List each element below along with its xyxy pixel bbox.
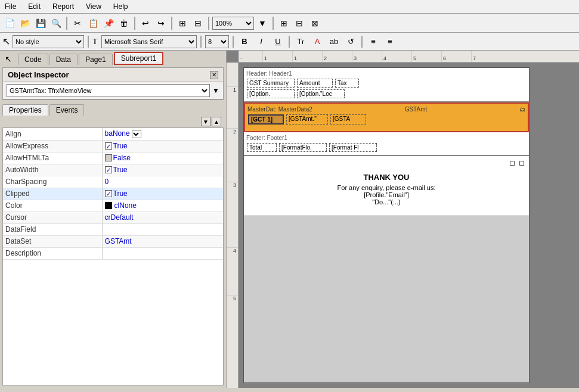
horizontal-ruler: · 1 1 2 3 4 5 6 7 <box>239 51 579 63</box>
masterdata-band-label: MasterDat: MasterData2 <box>247 106 312 113</box>
align-dropdown[interactable] <box>132 130 141 138</box>
thankyou-section: THANK YOU For any enquiry, please e-mail… <box>249 168 524 210</box>
obj-inspector-header: Object Inspector ✕ <box>3 68 223 82</box>
refresh-button[interactable]: ↺ <box>343 35 358 48</box>
menu-file[interactable]: File <box>2 1 18 12</box>
grid-view-button[interactable]: ⊞ <box>277 16 291 30</box>
zoom-dropdown-btn[interactable]: ▼ <box>255 16 270 30</box>
obj-dropdown[interactable]: GSTAmtTax: TfrxMemoView <box>7 84 210 97</box>
tab-code[interactable]: Code <box>18 54 48 65</box>
prop-table-wrap: Align baNone AllowExpress ✓ True AllowHT… <box>2 127 224 385</box>
ruler-mark: 2 <box>322 51 352 62</box>
delete-button[interactable]: 🗑 <box>117 16 131 30</box>
thankyou-line1: For any enquiry, please e-mail us: <box>253 184 519 191</box>
paste-button[interactable]: 📌 <box>101 16 116 30</box>
menu-help[interactable]: Help <box>111 1 131 12</box>
tab-subreport1[interactable]: Subreport1 <box>114 52 163 65</box>
distribute-button[interactable]: ⊟ <box>191 16 205 30</box>
align-right-button[interactable]: ≡ <box>383 35 397 48</box>
style-select[interactable]: No style <box>13 35 84 48</box>
report-canvas: Header: Header1 GST Summary Amount Tax [… <box>243 67 530 383</box>
prop-tab-properties[interactable]: Properties <box>2 104 48 116</box>
table-row-cursor: Cursor crDefault <box>3 211 223 223</box>
fmt-sep4 <box>289 36 290 48</box>
menu-view[interactable]: View <box>83 1 104 12</box>
right-content: · 1 1 2 3 4 5 6 7 1 2 3 4 5 <box>227 51 579 388</box>
bold-button[interactable]: B <box>237 35 252 48</box>
cut-button[interactable]: ✂ <box>70 16 85 30</box>
sort-az-button[interactable]: ▼ <box>201 117 210 126</box>
obj-inspector-title: Object Inspector <box>8 70 69 79</box>
masterdata-field-2: [GSTAmt." <box>286 114 328 125</box>
ruler-mark: 5 <box>411 51 441 62</box>
zoom-select[interactable]: 50% 75% 100% 150% 200% <box>212 17 254 30</box>
ruler-mark: 7 <box>471 51 501 62</box>
footer-field-3: [Format Fl <box>329 143 377 152</box>
toolbar-sep5 <box>273 17 274 30</box>
ruler-mark: 6 <box>441 51 471 62</box>
italic-button[interactable]: I <box>254 35 268 48</box>
toolbar-sep3 <box>171 17 172 30</box>
ruler-mark: 3 <box>352 51 382 62</box>
masterdata-field-1[interactable]: [GCT 1] <box>248 114 284 125</box>
cursor-tool-icon[interactable]: ↖ <box>2 53 14 65</box>
size-select[interactable]: 8 <box>205 35 229 48</box>
select-tool-icon[interactable]: ↖ <box>2 36 10 47</box>
fmt-sep5 <box>361 36 363 48</box>
table-row: AllowHTMLTa False <box>3 152 223 164</box>
report-tree-button[interactable]: ⊟ <box>292 16 306 30</box>
footer-band-label: Footer: Footer1 <box>246 135 527 141</box>
thankyou-line3: "Do..."(...) <box>253 198 519 206</box>
text-renderer-button[interactable]: Tr <box>293 35 308 48</box>
header-field-1: GST Summary <box>247 79 295 88</box>
table-row: CharSpacing 0 <box>3 176 223 188</box>
copy-button[interactable]: 📋 <box>86 16 100 30</box>
fmt-sep2 <box>200 36 202 48</box>
header-field-5: [Option."Loc <box>297 89 345 98</box>
menu-report[interactable]: Report <box>50 1 76 12</box>
underline-button[interactable]: U <box>271 35 285 48</box>
undo-button[interactable]: ↩ <box>138 16 153 30</box>
v-ruler-mark-5: 5 <box>227 295 238 301</box>
fmt-sep3 <box>233 36 234 48</box>
masterdata-icon: 🗂 <box>519 106 525 113</box>
header-field-4: [Option. <box>247 89 295 98</box>
save-button[interactable]: 💾 <box>33 16 48 30</box>
prop-tab-events[interactable]: Events <box>49 104 85 116</box>
font-select[interactable]: Microsoft Sans Serif <box>101 35 197 48</box>
obj-inspector-close-button[interactable]: ✕ <box>210 71 218 79</box>
footer-field-2: [FormatFlo. <box>279 143 327 152</box>
masterdata-field-3: [GSTA <box>330 114 366 125</box>
align-left-button[interactable]: ≡ <box>366 35 380 48</box>
tab-page1[interactable]: Page1 <box>79 54 113 65</box>
footer-field-1: Total <box>247 143 277 152</box>
v-ruler-mark-3: 3 <box>227 182 238 188</box>
v-ruler-mark-1: 1 <box>227 86 238 93</box>
prop-table: Align baNone AllowExpress ✓ True AllowHT… <box>3 128 223 260</box>
print-preview-button[interactable]: 🔍 <box>49 16 63 30</box>
report-area[interactable]: Header: Header1 GST Summary Amount Tax [… <box>239 63 579 388</box>
left-sidebar: ↖ Code Data Page1 Subreport1 Object Insp… <box>0 51 227 388</box>
v-ruler-mark-4: 4 <box>227 247 238 254</box>
more-button[interactable]: ⊠ <box>308 16 322 30</box>
band-content: THANK YOU For any enquiry, please e-mail… <box>244 156 529 216</box>
font-icon: 𝕋 <box>92 38 98 46</box>
header-fields-row: GST Summary Amount Tax <box>246 78 527 88</box>
sort-up-button[interactable]: ▲ <box>212 117 221 126</box>
font-color-button[interactable]: A <box>310 35 324 48</box>
table-row: AutoWidth ✓ True <box>3 164 223 176</box>
tab-data[interactable]: Data <box>49 54 78 65</box>
prop-sort-row: ▼ ▲ <box>0 116 226 127</box>
tabs-row: ↖ Code Data Page1 Subreport1 <box>0 51 226 65</box>
v-ruler-mark-2: 2 <box>227 128 238 135</box>
table-row: DataSet GSTAmt <box>3 235 223 247</box>
align-button[interactable]: ⊞ <box>175 16 190 30</box>
menu-edit[interactable]: Edit <box>26 1 43 12</box>
band-header: Header: Header1 GST Summary Amount Tax [… <box>244 68 529 102</box>
ruler-mark: · <box>239 51 262 62</box>
open-button[interactable]: 📂 <box>18 16 32 30</box>
new-button[interactable]: 📄 <box>2 16 17 30</box>
highlight-button[interactable]: ab <box>327 35 341 48</box>
redo-button[interactable]: ↪ <box>154 16 168 30</box>
table-row-clipped: Clipped ✓ True <box>3 188 223 200</box>
